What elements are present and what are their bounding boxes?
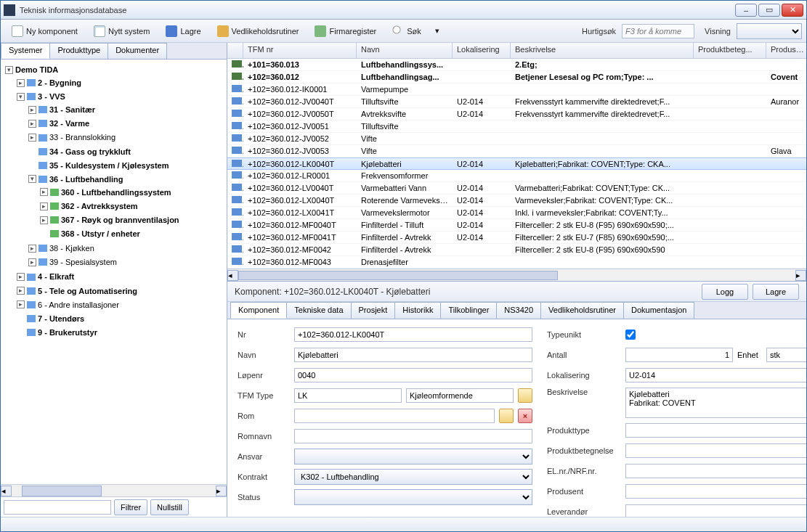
tree-node-selected[interactable]: 360 - Luftbehandlingssystem (61, 188, 171, 197)
tab-produkttype[interactable]: Produkttype (49, 43, 108, 59)
tree-node[interactable]: 2 - Bygning (38, 78, 81, 87)
elnrf-field[interactable] (625, 464, 806, 478)
table-row[interactable]: +102=360.012-LX0041TVarmevekslermotorU2-… (227, 207, 806, 219)
tree-node[interactable]: 36 - Luftbehandling (49, 175, 123, 184)
expander-icon[interactable]: ▸ (17, 273, 25, 281)
tab-ns3420[interactable]: NS3420 (496, 302, 541, 319)
tab-vedlikehold[interactable]: Vedlikeholdsrutiner (540, 302, 624, 319)
tree-node[interactable]: 33 - Brannslokking (49, 134, 115, 142)
expander-icon[interactable]: ▾ (28, 175, 36, 183)
table-row[interactable]: +102=360.012-JV0052Vifte (227, 133, 806, 145)
col-navn[interactable]: Navn (357, 43, 453, 58)
new-system-button[interactable]: Nytt system (87, 22, 156, 40)
tab-historikk[interactable]: Historikk (394, 302, 441, 319)
filter-button[interactable]: Filtrer (114, 499, 147, 515)
table-row[interactable]: +102=360.012-IK0001Varmepumpe (227, 83, 806, 96)
antall-field[interactable] (625, 348, 733, 362)
col-tfm[interactable]: TFM nr (243, 43, 357, 58)
close-button[interactable]: ✕ (782, 4, 803, 17)
tree-node[interactable]: 3 - VVS (38, 92, 65, 101)
tree-node[interactable]: 31 - Sanitær (49, 105, 95, 114)
tree-root[interactable]: Demo TIDA (15, 65, 58, 74)
tree[interactable]: ▾Demo TIDA ▸2 - Bygning ▾3 - VVS ▸31 - S… (1, 60, 227, 484)
expander-icon[interactable]: ▸ (17, 287, 25, 295)
table-row[interactable]: +102=360.012-MF0043Drenasjefilter (227, 256, 806, 269)
tfmtype-text-field[interactable] (406, 388, 514, 403)
col-lok[interactable]: Lokalisering (453, 43, 511, 58)
expander-icon[interactable]: ▾ (17, 93, 25, 101)
tab-komponent[interactable]: Komponent (230, 302, 287, 319)
save-button[interactable]: Lagre (159, 22, 207, 40)
tree-hscroll[interactable]: ◂▸ (1, 484, 227, 496)
table-row[interactable]: +102=360.012-JV0051Tilluftsvifte (227, 120, 806, 133)
lokalisering-field[interactable] (625, 368, 806, 382)
expander-icon[interactable]: ▸ (28, 245, 36, 253)
col-besk[interactable]: Beskrivelse (511, 43, 694, 58)
expander-icon[interactable]: ▸ (28, 134, 36, 142)
status-select[interactable] (294, 489, 532, 505)
table-row[interactable]: +102=360.012-LV0040TVarmebatteri VannU2-… (227, 182, 806, 195)
table-row[interactable]: +102=360.012-JV0053VifteGlava (227, 145, 806, 157)
table-row[interactable]: +101=360.013Luftbehandlingssys...2.Etg; (227, 59, 806, 71)
tab-tilkoblinger[interactable]: Tilkoblinger (440, 302, 497, 319)
expander-icon[interactable]: ▾ (5, 66, 13, 74)
table-row[interactable]: +102=360.012-LR0001Frekvensomformer (227, 170, 806, 182)
rom-clear-button[interactable]: × (518, 409, 532, 423)
rom-field[interactable] (294, 409, 495, 423)
typeunikt-checkbox[interactable] (625, 330, 636, 340)
tree-node[interactable]: 39 - Spesialsystem (49, 258, 117, 266)
table-row[interactable]: +102=360.012-MF0040TFinfilterdel - Tillu… (227, 219, 806, 232)
col-prodb[interactable]: Produktbeteg... (694, 43, 766, 58)
toolbar-dropdown[interactable]: ▾ (431, 22, 444, 40)
quicksearch-input[interactable] (622, 24, 694, 38)
reset-button[interactable]: Nullstill (150, 499, 189, 515)
expander-icon[interactable]: ▸ (40, 216, 48, 224)
rom-browse-button[interactable] (499, 409, 514, 423)
table-row[interactable]: +102=360.012Luftbehandlingsag...Betjener… (227, 71, 806, 83)
kontrakt-select[interactable]: K302 - Luftbehandling (294, 469, 532, 485)
tree-node[interactable]: 4 - Elkraft (38, 273, 74, 282)
tab-dokumenter[interactable]: Dokumenter (108, 43, 167, 59)
tree-node[interactable]: 7 - Utendørs (38, 314, 84, 323)
tree-node[interactable]: 34 - Gass og trykkluft (49, 147, 131, 156)
expander-icon[interactable]: ▸ (17, 300, 25, 308)
romnavn-field[interactable] (294, 429, 532, 443)
log-button[interactable]: Logg (702, 284, 748, 300)
tree-node[interactable]: 368 - Utstyr / enheter (61, 229, 140, 238)
save-detail-button[interactable]: Lagre (753, 284, 799, 300)
firm-register-button[interactable]: Firmaregister (308, 22, 383, 40)
expander-icon[interactable]: ▸ (40, 202, 48, 210)
tree-node[interactable]: 5 - Tele og Automatisering (38, 287, 137, 295)
tab-tekniske[interactable]: Tekniske data (286, 302, 351, 319)
search-button[interactable]: Søk (386, 22, 428, 40)
tree-node[interactable]: 367 - Røyk og brannventilasjon (61, 216, 179, 224)
tfmtype-browse-button[interactable] (518, 388, 532, 403)
nr-field[interactable] (294, 327, 532, 342)
expander-icon[interactable]: ▸ (40, 188, 48, 196)
minimize-button[interactable]: – (735, 4, 757, 17)
expander-icon[interactable]: ▸ (28, 120, 36, 128)
tree-node[interactable]: 38 - Kjøkken (49, 244, 94, 253)
col-produ[interactable]: Produsent (766, 43, 806, 58)
enhet-field[interactable] (766, 348, 806, 362)
leverandor-field[interactable] (625, 504, 806, 517)
maximize-button[interactable]: ▭ (758, 4, 780, 17)
lopenr-field[interactable] (294, 368, 532, 382)
tab-dokumentasjon[interactable]: Dokumentasjon (623, 302, 694, 319)
produsent-field[interactable] (625, 484, 806, 499)
tree-filter-input[interactable] (4, 500, 111, 515)
navn-field[interactable] (294, 348, 532, 362)
tree-node[interactable]: 35 - Kuldesystem / Kjølesystem (49, 161, 169, 170)
produkttype-field[interactable] (625, 423, 806, 438)
grid-body[interactable]: +101=360.013Luftbehandlingssys...2.Etg;+… (227, 59, 806, 269)
beskrivelse-field[interactable]: Kjølebatteri Fabrikat: COVENT (625, 388, 806, 418)
tree-node[interactable]: 6 - Andre installasjoner (38, 300, 119, 309)
tree-node[interactable]: 9 - Brukerutstyr (38, 328, 97, 337)
tab-prosjekt[interactable]: Prosjekt (351, 302, 396, 319)
table-row[interactable]: +102=360.012-MF0042Finfilterdel - Avtrek… (227, 244, 806, 256)
table-row[interactable]: +102=360.012-JV0050TAvtrekksvifteU2-014F… (227, 108, 806, 120)
table-row[interactable]: +102=360.012-LX0040TRoterende Varmeveksl… (227, 195, 806, 207)
maintenance-button[interactable]: Vedlikeholdsrutiner (211, 22, 306, 40)
new-component-button[interactable]: Ny komponent (5, 22, 84, 40)
view-select[interactable] (737, 23, 802, 39)
